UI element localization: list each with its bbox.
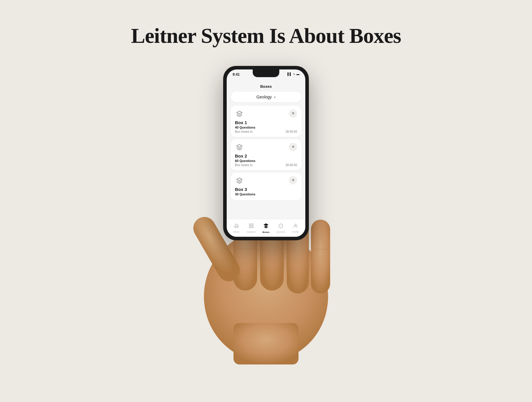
- svg-rect-14: [252, 224, 253, 225]
- nav-quizzes-label: Quizzes: [277, 231, 285, 233]
- scene-container: 9:41 ▌▌ ∿ ▬ Boxes Geology ∨: [133, 54, 399, 364]
- svg-rect-12: [233, 323, 299, 364]
- chevron-down-icon: ∨: [274, 95, 276, 99]
- svg-rect-13: [249, 224, 251, 225]
- nav-profile-label: Profile: [292, 231, 299, 233]
- box-1-closes-label: Box closes in:: [235, 130, 253, 133]
- nav-boxes[interactable]: Boxes: [259, 223, 273, 234]
- box-1-closes-time: 28:45:50: [286, 130, 297, 133]
- nav-profile[interactable]: Profile: [288, 223, 303, 233]
- subject-name: Geology: [256, 95, 272, 99]
- status-time: 9:41: [233, 72, 240, 77]
- subjects-icon: [249, 223, 254, 230]
- box-2-closes-time: 39:45:50: [286, 163, 297, 167]
- boxes-icon: [263, 223, 269, 230]
- open-arrow-icon-3[interactable]: [289, 176, 297, 184]
- phone: 9:41 ▌▌ ∿ ▬ Boxes Geology ∨: [223, 66, 309, 240]
- wifi-icon: ∿: [293, 72, 295, 76]
- bottom-nav: Home Subjects: [227, 219, 305, 237]
- box-2-title: Box 2: [235, 153, 297, 158]
- box-list: Box 1 40 Questions Box closes in: 28:45:…: [231, 106, 301, 219]
- box-1-closes: Box closes in: 28:45:50: [235, 130, 297, 133]
- phone-body: 9:41 ▌▌ ∿ ▬ Boxes Geology ∨: [223, 66, 309, 240]
- status-icons: ▌▌ ∿ ▬: [288, 72, 299, 76]
- box-cube-icon-2: [235, 143, 244, 152]
- nav-subjects[interactable]: Subjects: [244, 223, 259, 233]
- box-cube-icon-3: [235, 176, 244, 185]
- box-card-2[interactable]: Box 2 60 Questions Box closes in: 39:45:…: [231, 139, 301, 170]
- screen-content: Boxes Geology ∨: [227, 82, 305, 219]
- subject-selector[interactable]: Geology ∨: [231, 92, 301, 102]
- box-card-1-header: [235, 109, 297, 118]
- home-icon: [234, 223, 239, 230]
- signal-icon: ▌▌: [288, 72, 292, 76]
- phone-screen: 9:41 ▌▌ ∿ ▬ Boxes Geology ∨: [227, 69, 305, 237]
- open-arrow-icon-1[interactable]: [289, 109, 297, 118]
- svg-rect-4: [311, 220, 330, 294]
- box-2-closes-label: Box closes in:: [235, 163, 253, 167]
- page-title: Leitner System Is About Boxes: [131, 24, 401, 48]
- nav-home-label: Home: [233, 231, 239, 233]
- box-card-1[interactable]: Box 1 40 Questions Box closes in: 28:45:…: [231, 106, 301, 137]
- open-arrow-icon-2[interactable]: [289, 143, 297, 151]
- box-3-questions: 30 Questions: [235, 192, 297, 196]
- box-card-3-header: [235, 176, 297, 185]
- box-1-title: Box 1: [235, 120, 297, 125]
- battery-icon: ▬: [296, 72, 299, 76]
- box-cube-icon-1: [235, 109, 244, 118]
- nav-home[interactable]: Home: [229, 223, 244, 233]
- svg-rect-16: [252, 226, 253, 228]
- box-3-title: Box 3: [235, 187, 297, 192]
- box-2-closes: Box closes in: 39:45:50: [235, 163, 297, 167]
- box-card-2-header: [235, 143, 297, 152]
- phone-notch: [253, 69, 279, 77]
- quizzes-icon: [278, 223, 283, 230]
- nav-subjects-label: Subjects: [247, 231, 256, 233]
- box-1-questions: 40 Questions: [235, 126, 297, 129]
- box-card-3[interactable]: Box 3 30 Questions: [231, 173, 301, 200]
- svg-point-18: [295, 224, 296, 226]
- svg-rect-15: [249, 226, 251, 228]
- nav-quizzes[interactable]: Quizzes: [273, 223, 288, 233]
- box-2-questions: 60 Questions: [235, 159, 297, 163]
- screen-header: Boxes: [231, 82, 301, 92]
- profile-icon: [293, 223, 298, 230]
- nav-boxes-label: Boxes: [262, 231, 270, 234]
- svg-point-0: [204, 231, 328, 362]
